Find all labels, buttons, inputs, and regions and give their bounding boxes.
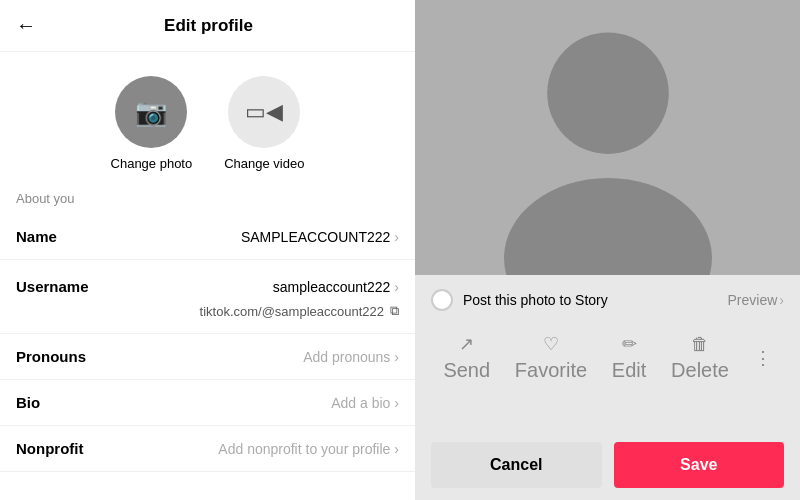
photo-section: 📷 Change photo ▭◀ Change video <box>0 52 415 187</box>
copy-link-text: tiktok.com/@sampleaccount222 <box>200 304 384 319</box>
change-photo-label: Change photo <box>111 156 193 171</box>
name-field-row[interactable]: Name SAMPLEACCOUNT222 › <box>0 214 415 260</box>
preview-label: Preview <box>728 292 778 308</box>
favorite-icon: ♡ <box>543 333 559 355</box>
edit-icon: ✏ <box>622 333 637 355</box>
username-value: sampleaccount222 <box>116 279 390 295</box>
change-photo-button[interactable]: 📷 Change photo <box>111 76 193 171</box>
story-row: Post this photo to Story Preview › <box>415 275 800 325</box>
pronouns-label: Pronouns <box>16 348 116 365</box>
photo-circle: 📷 <box>115 76 187 148</box>
bottom-overlay: Post this photo to Story Preview › ↗ Sen… <box>415 275 800 500</box>
svg-point-1 <box>547 32 669 154</box>
more-button[interactable]: ⋮ <box>754 347 772 369</box>
story-toggle[interactable] <box>431 289 453 311</box>
delete-label: Delete <box>671 359 729 382</box>
trash-icon: 🗑 <box>691 334 709 355</box>
camera-icon: 📷 <box>135 97 167 128</box>
left-panel: ← Edit profile 📷 Change photo ▭◀ Change … <box>0 0 415 500</box>
name-chevron-icon: › <box>394 229 399 245</box>
page-title: Edit profile <box>48 16 369 36</box>
copy-link-row[interactable]: tiktok.com/@sampleaccount222 ⧉ <box>16 303 399 319</box>
nonprofit-value: Add nonprofit to your profile <box>116 441 390 457</box>
right-panel: Post this photo to Story Preview › ↗ Sen… <box>415 0 800 500</box>
bio-value: Add a bio <box>116 395 390 411</box>
back-button[interactable]: ← <box>16 14 36 37</box>
save-button[interactable]: Save <box>614 442 785 488</box>
pronouns-chevron-icon: › <box>394 349 399 365</box>
send-button[interactable]: ↗ Send <box>443 333 490 382</box>
preview-chevron-icon: › <box>779 292 784 308</box>
send-icon: ↗ <box>459 333 474 355</box>
send-label: Send <box>443 359 490 382</box>
name-value: SAMPLEACCOUNT222 <box>116 229 390 245</box>
cancel-button[interactable]: Cancel <box>431 442 602 488</box>
pronouns-value: Add pronouns <box>116 349 390 365</box>
delete-button[interactable]: 🗑 Delete <box>671 334 729 382</box>
header: ← Edit profile <box>0 0 415 52</box>
action-icons-row: ↗ Send ♡ Favorite ✏ Edit 🗑 Delete ⋮ <box>415 325 800 390</box>
copy-icon: ⧉ <box>390 303 399 319</box>
preview-link[interactable]: Preview › <box>728 292 784 308</box>
edit-label: Edit <box>612 359 646 382</box>
favorite-label: Favorite <box>515 359 587 382</box>
profile-fields: Name SAMPLEACCOUNT222 › Username samplea… <box>0 214 415 500</box>
username-field-row[interactable]: Username sampleaccount222 › <box>16 264 399 303</box>
video-circle: ▭◀ <box>228 76 300 148</box>
username-label: Username <box>16 278 116 295</box>
bottom-buttons: Cancel Save <box>415 430 800 500</box>
username-block: Username sampleaccount222 › tiktok.com/@… <box>0 260 415 334</box>
pronouns-field-row[interactable]: Pronouns Add pronouns › <box>0 334 415 380</box>
avatar-svg <box>448 0 768 275</box>
username-chevron-icon: › <box>394 279 399 295</box>
more-icon: ⋮ <box>754 347 772 369</box>
bio-label: Bio <box>16 394 116 411</box>
bio-chevron-icon: › <box>394 395 399 411</box>
name-label: Name <box>16 228 116 245</box>
change-video-label: Change video <box>224 156 304 171</box>
favorite-button[interactable]: ♡ Favorite <box>515 333 587 382</box>
story-text: Post this photo to Story <box>463 292 718 308</box>
nonprofit-label: Nonprofit <box>16 440 116 457</box>
about-you-label: About you <box>0 187 415 214</box>
video-icon: ▭◀ <box>245 99 283 125</box>
bio-field-row[interactable]: Bio Add a bio › <box>0 380 415 426</box>
avatar-preview <box>415 0 800 275</box>
edit-button[interactable]: ✏ Edit <box>612 333 646 382</box>
nonprofit-field-row[interactable]: Nonprofit Add nonprofit to your profile … <box>0 426 415 472</box>
nonprofit-chevron-icon: › <box>394 441 399 457</box>
change-video-button[interactable]: ▭◀ Change video <box>224 76 304 171</box>
